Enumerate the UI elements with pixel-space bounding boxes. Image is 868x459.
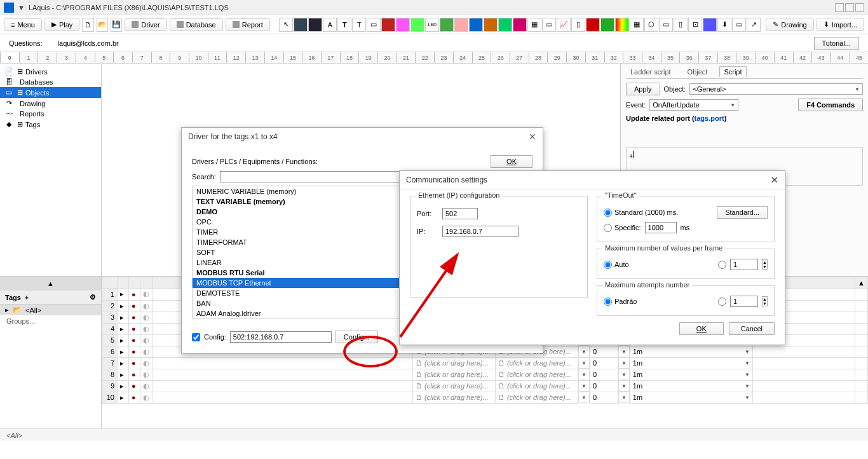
padrao-radio[interactable] [604,298,612,306]
dropdown-icon[interactable]: ▼ [18,4,25,11]
tool-icon-24[interactable]: ▯ [674,18,688,32]
maximize-button[interactable] [845,3,854,12]
standard-radio[interactable] [604,209,612,217]
new-icon[interactable]: 🗋 [82,18,93,32]
driver-dialog-close-icon[interactable]: ✕ [529,132,536,142]
close-button[interactable] [855,3,864,12]
tool-icon-8[interactable] [396,18,410,32]
sidebar-item-drivers[interactable]: 📄⊞Drivers [0,66,101,77]
tool-icon-3[interactable]: A [323,18,337,32]
tags-gear-icon[interactable]: ⚙ [90,293,96,301]
attempts-manual-radio[interactable] [718,298,726,306]
attempts-group-title: Maximum attempts number [602,281,692,289]
textfield-icon[interactable]: T [352,18,366,32]
report-button[interactable]: Report [226,18,270,31]
tool-icon-11[interactable] [454,18,468,32]
comm-dialog-close-icon[interactable]: ✕ [771,175,778,185]
tool-icon-9[interactable] [410,18,424,32]
menu-button[interactable]: ≡Menu [4,18,42,31]
search-label: Search: [192,173,216,181]
tool-icon-1[interactable] [294,18,308,32]
driver-button[interactable]: Driver [125,18,166,31]
box-icon[interactable]: ▭ [367,18,381,32]
led-icon[interactable]: LED [425,18,439,32]
tool-icon-18[interactable]: ▯ [571,18,585,32]
port-input[interactable] [442,208,478,219]
eth-group-title: Ethernet (IP) configuration [416,191,502,199]
comm-ok-button[interactable]: OK [679,322,724,335]
groups-label[interactable]: Groups... [0,315,101,327]
tab-object[interactable]: Object [683,66,712,77]
database-button[interactable]: Database [170,18,223,31]
tab-script[interactable]: Script [719,66,746,77]
gradient-icon[interactable] [615,18,629,32]
tool-icon-17[interactable]: ▭ [542,18,556,32]
table-row[interactable]: 8▸●◐🗋 (click or drag here)...🗋 (click or… [102,369,868,380]
tool-icon-14[interactable] [498,18,512,32]
specific-input[interactable] [645,222,677,233]
drivers-heading: Drivers / PLCs / Equipments / Functions: [192,158,318,165]
minimize-button[interactable] [835,3,844,12]
f4-commands-button[interactable]: F4 Commands [798,99,863,111]
config-button[interactable]: Config... [336,331,378,343]
tool-icon-29[interactable]: ↗ [747,18,761,32]
import-button[interactable]: ⬇Import... [817,18,864,31]
sidebar-item-reports[interactable]: 〰Reports [0,109,101,119]
add-tag[interactable]: + [25,294,29,301]
auto-radio[interactable] [604,261,612,269]
text-icon[interactable]: T [337,18,351,32]
object-select[interactable]: <General> [689,83,863,95]
sidebar-item-drawing[interactable]: ↷Drawing [0,98,101,109]
tool-icon-15[interactable] [513,18,527,32]
tool-icon-27[interactable]: ⬇ [717,18,731,32]
tool-icon-19[interactable] [586,18,600,32]
tool-icon-22[interactable]: ⬡ [644,18,658,32]
config-value-input[interactable] [230,331,332,343]
status-bar: <All> [0,428,868,441]
chart-icon[interactable]: 📈 [557,18,571,32]
comm-dialog: Communication settings ✕ Ethernet (IP) c… [399,170,785,345]
tool-icon-2[interactable] [308,18,322,32]
table-row[interactable]: 9▸●◐🗋 (click or drag here)...🗋 (click or… [102,380,868,392]
tool-icon-28[interactable]: ▭ [732,18,746,32]
collapse-up[interactable]: ▲ [0,277,101,291]
sidebar-item-tags[interactable]: ◆⊞Tags [0,119,101,130]
tutorial-button[interactable]: Tutorial... [814,37,859,50]
tool-icon-13[interactable] [484,18,498,32]
sidebar-item-objects[interactable]: ▭⊞Objects [0,87,101,98]
cursor-icon[interactable]: ↖ [279,18,293,32]
ip-input[interactable] [442,226,519,237]
tool-icon-26[interactable] [703,18,717,32]
all-row[interactable]: ▸📂<All> [0,305,101,315]
tool-icon-21[interactable]: ▦ [630,18,644,32]
specific-radio[interactable] [604,224,612,232]
table-row[interactable]: 7▸●◐🗋 (click or drag here)...🗋 (click or… [102,357,868,369]
open-icon[interactable]: 📂 [97,18,108,32]
play-button[interactable]: ▶Play [44,18,79,31]
questions-email[interactable]: laquis@lcds.com.br [58,39,119,47]
sidebar-item-databases[interactable]: 🗄Databases [0,77,101,87]
attempts-spinner[interactable] [730,296,758,307]
tab-ladder-script[interactable]: Ladder script [626,66,675,77]
standard-button[interactable]: Standard... [717,206,768,219]
save-icon[interactable]: 💾 [111,18,122,32]
tool-icon-10[interactable] [440,18,454,32]
ip-label: IP: [417,228,438,235]
tool-icon-20[interactable] [600,18,614,32]
maxvals-manual-radio[interactable] [718,261,726,269]
driver-ok-button[interactable]: OK [491,155,532,168]
apply-button[interactable]: Apply [626,83,660,95]
tool-icon-7[interactable] [381,18,395,32]
tool-icon-12[interactable] [469,18,483,32]
tool-icon-25[interactable]: ⊡ [688,18,702,32]
comm-cancel-button[interactable]: Cancel [729,322,775,335]
driver-dialog-title: Driver for the tags x1 to x4 [188,132,278,141]
config-checkbox[interactable] [192,333,200,341]
event-select[interactable]: OnAfterUpdate [649,99,738,111]
maxvals-spinner[interactable] [730,259,758,270]
table-row[interactable]: 10▸●◐🗋 (click or drag here)...🗋 (click o… [102,392,868,403]
drawing-button[interactable]: ✎Drawing [766,18,813,31]
tool-icon-23[interactable]: ▭ [659,18,673,32]
nav-sidebar: 📄⊞Drivers 🗄Databases ▭⊞Objects ↷Drawing … [0,64,102,276]
tool-icon-16[interactable]: ▦ [527,18,541,32]
